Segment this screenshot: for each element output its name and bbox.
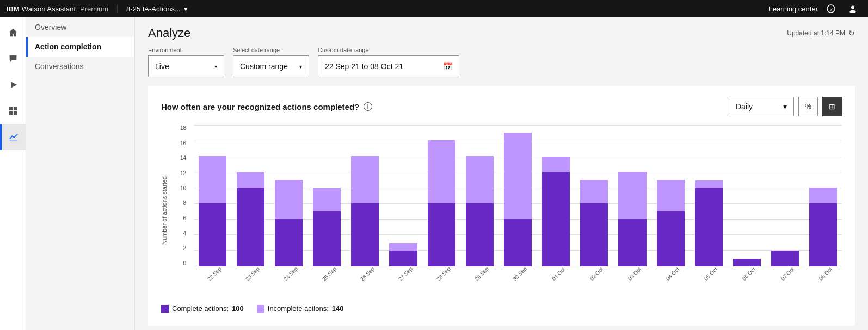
workspace-selector[interactable]: 8-25 IA-Actions... ▾ <box>118 5 196 13</box>
refresh-icon[interactable]: ↻ <box>848 29 855 38</box>
bar-complete <box>428 203 455 266</box>
date-range-value: Custom range <box>240 62 288 71</box>
chart-title-area: How often are your recognized actions co… <box>161 102 372 111</box>
table-icon <box>8 106 18 116</box>
bar-incomplete <box>618 172 646 219</box>
sidebar-item-analytics[interactable] <box>0 124 26 150</box>
info-icon[interactable]: i <box>364 102 372 111</box>
sidebar-item-chat[interactable] <box>0 46 26 72</box>
svg-point-3 <box>850 10 856 14</box>
sidebar-item-play[interactable] <box>0 72 26 98</box>
percent-button[interactable]: % <box>798 97 818 116</box>
topbar-right: Learning center ? <box>769 0 861 17</box>
environment-value: Live <box>155 62 169 71</box>
help-circle-icon: ? <box>827 4 835 13</box>
chart-controls: Daily ▾ % ⊞ <box>729 97 842 116</box>
bar-complete <box>657 211 685 266</box>
chevron-down-icon: ▾ <box>783 102 787 111</box>
updated-text: Updated at 1:14 PM <box>787 29 845 37</box>
custom-date-label: Custom date range <box>318 47 459 53</box>
svg-rect-6 <box>9 111 12 115</box>
bar-group <box>652 125 689 266</box>
chart-section: How often are your recognized actions co… <box>148 86 855 326</box>
legend-complete-color <box>161 305 169 313</box>
frequency-value: Daily <box>736 102 753 111</box>
legend-complete: Complete actions: 100 <box>161 304 244 313</box>
bar-complete <box>580 203 608 266</box>
bar-group <box>614 125 651 266</box>
nav-item-overview[interactable]: Overview <box>26 17 134 37</box>
bar-complete <box>199 203 226 266</box>
legend-incomplete-label: Incomplete actions: <box>268 304 329 313</box>
nav-item-conversations[interactable]: Conversations <box>26 57 134 76</box>
bar-complete <box>351 203 379 266</box>
sidebar-item-home[interactable] <box>0 20 26 46</box>
bar-group <box>728 125 765 266</box>
bar-complete <box>771 251 799 266</box>
page-title: Analyze <box>148 26 190 40</box>
custom-date-input[interactable]: 22 Sep 21 to 08 Oct 21 📅 <box>318 55 459 77</box>
chat-icon <box>8 54 18 64</box>
bar-incomplete <box>580 180 608 203</box>
y-label-10: 10 <box>180 185 186 191</box>
y-label-14: 14 <box>180 155 186 161</box>
date-range-select[interactable]: Custom range ▾ <box>233 55 309 77</box>
date-range-label: Select date range <box>233 47 309 53</box>
filters-bar: Environment Live ▾ Select date range Cus… <box>135 47 868 86</box>
play-icon <box>8 80 18 90</box>
learning-center-link[interactable]: Learning center <box>769 5 818 13</box>
bar-group <box>385 125 422 266</box>
chevron-down-icon: ▾ <box>214 64 217 70</box>
sidebar-item-entities[interactable] <box>0 98 26 124</box>
legend-incomplete: Incomplete actions: 140 <box>257 304 344 313</box>
bar-incomplete <box>504 133 532 219</box>
svg-point-2 <box>851 6 854 9</box>
bar-incomplete <box>466 156 494 203</box>
workspace-name: 8-25 IA-Actions... <box>126 5 181 13</box>
bar-incomplete <box>351 156 379 203</box>
bar-complete <box>733 259 761 266</box>
user-avatar-icon <box>848 4 857 13</box>
home-icon <box>8 28 18 38</box>
bar-incomplete <box>428 140 455 203</box>
bar-group <box>270 125 307 266</box>
bar-complete <box>695 188 723 266</box>
bar-incomplete <box>809 188 837 203</box>
y-label-16: 16 <box>180 140 186 146</box>
custom-date-value: 22 Sep 21 to 08 Oct 21 <box>325 62 403 71</box>
bar-complete <box>809 203 837 266</box>
y-label-4: 4 <box>183 231 186 236</box>
page-header: Analyze Updated at 1:14 PM ↻ <box>135 17 868 47</box>
custom-date-filter: Custom date range 22 Sep 21 to 08 Oct 21… <box>318 47 459 77</box>
page-updated: Updated at 1:14 PM ↻ <box>787 29 855 38</box>
bar-complete <box>618 219 646 266</box>
help-icon-button[interactable]: ? <box>822 0 840 17</box>
bar-group <box>461 125 498 266</box>
bar-group <box>805 125 842 266</box>
svg-rect-4 <box>9 107 12 110</box>
y-label-2: 2 <box>183 245 186 251</box>
grid-button[interactable]: ⊞ <box>822 97 842 116</box>
bar-incomplete <box>389 243 417 251</box>
bar-group <box>232 125 269 266</box>
main-content: Analyze Updated at 1:14 PM ↻ Environment… <box>135 17 868 330</box>
svg-rect-7 <box>13 111 16 115</box>
bar-incomplete <box>199 156 226 203</box>
bar-complete <box>389 251 417 266</box>
y-label-12: 12 <box>180 170 186 176</box>
analytics-icon <box>9 132 19 142</box>
y-label-18: 18 <box>180 125 186 131</box>
bar-group <box>309 125 346 266</box>
y-label-0: 0 <box>183 260 186 266</box>
calendar-icon: 📅 <box>443 62 452 71</box>
chevron-down-icon: ▾ <box>299 64 302 70</box>
bar-incomplete <box>313 188 341 211</box>
user-icon-button[interactable] <box>844 0 861 17</box>
brand-watson: Watson Assistant <box>22 5 76 13</box>
frequency-dropdown[interactable]: Daily ▾ <box>729 97 794 116</box>
environment-select[interactable]: Live ▾ <box>148 55 224 77</box>
nav-item-action-completion[interactable]: Action completion <box>26 37 134 57</box>
environment-filter: Environment Live ▾ <box>148 47 224 77</box>
bar-group <box>499 125 536 266</box>
date-range-filter: Select date range Custom range ▾ <box>233 47 309 77</box>
